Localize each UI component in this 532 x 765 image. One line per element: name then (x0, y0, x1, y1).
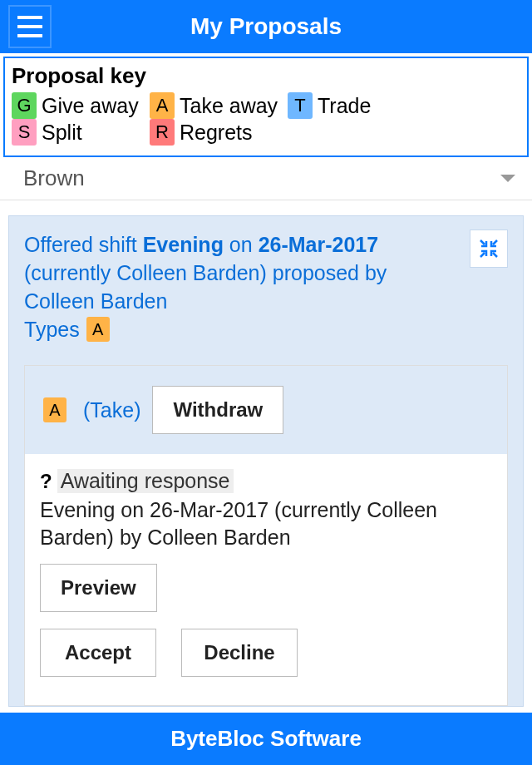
footer-text: ByteBloc Software (170, 726, 362, 751)
person-selector-value: Brown (23, 165, 500, 191)
preview-button[interactable]: Preview (40, 564, 157, 612)
proposal-card: Offered shift Evening on 26-Mar-2017 (cu… (8, 215, 524, 707)
status-row: ? Awaiting response (40, 469, 492, 493)
app-footer: ByteBloc Software (0, 713, 532, 765)
badge-s: S (12, 119, 37, 146)
key-item-trade: T Trade (288, 92, 371, 119)
proposal-key-box: Proposal key G Give away A Take away T T… (3, 57, 529, 157)
key-item-split: S Split (12, 119, 145, 146)
proposal-detail-body: ? Awaiting response Evening on 26-Mar-20… (25, 454, 507, 705)
proposal-key-row-1: G Give away A Take away T Trade (12, 92, 520, 119)
proposal-summary: Offered shift Evening on 26-Mar-2017 (cu… (24, 231, 450, 315)
status-question-icon: ? (40, 470, 52, 493)
proposal-header: Offered shift Evening on 26-Mar-2017 (cu… (24, 231, 508, 342)
badge-t: T (288, 92, 313, 119)
proposal-detail-header: A (Take) Withdraw (25, 366, 507, 454)
offered-prefix: Offered shift (24, 233, 143, 256)
key-label-give-away: Give away (42, 94, 139, 118)
chevron-down-icon (500, 175, 515, 182)
on-text: on (224, 233, 259, 256)
app-header: My Proposals (0, 0, 532, 53)
status-text: Awaiting response (57, 469, 234, 493)
types-label: Types (24, 318, 80, 342)
key-item-regrets: R Regrets (150, 119, 253, 146)
shift-name: Evening (143, 233, 224, 256)
proposal-key-title: Proposal key (12, 63, 520, 89)
badge-r: R (150, 119, 175, 146)
preview-button-row: Preview (40, 564, 492, 612)
take-label: (Take) (83, 398, 140, 422)
key-label-split: Split (42, 121, 82, 145)
accept-button[interactable]: Accept (40, 629, 156, 677)
key-label-regrets: Regrets (180, 121, 253, 145)
menu-button[interactable] (8, 5, 52, 48)
badge-a: A (150, 92, 175, 119)
withdraw-button[interactable]: Withdraw (152, 386, 283, 434)
types-row: Types A (24, 317, 450, 342)
type-badge-a: A (86, 317, 110, 342)
key-label-take-away: Take away (180, 94, 278, 118)
take-badge: A (43, 397, 66, 422)
shift-date: 26-Mar-2017 (259, 233, 379, 256)
proposal-detail-card: A (Take) Withdraw ? Awaiting response Ev… (24, 365, 508, 706)
collapse-button[interactable] (470, 230, 508, 268)
decline-button[interactable]: Decline (181, 629, 298, 677)
badge-g: G (12, 92, 37, 119)
person-selector[interactable]: Brown (0, 157, 532, 200)
currently-text: (currently Colleen Barden) proposed by C… (24, 261, 387, 313)
key-item-take-away: A Take away (150, 92, 283, 119)
collapse-icon (479, 239, 499, 259)
status-detail: Evening on 26-Mar-2017 (currently Collee… (40, 496, 492, 550)
action-button-row: Accept Decline (40, 629, 492, 677)
key-item-give-away: G Give away (12, 92, 145, 119)
key-label-trade: Trade (318, 94, 371, 118)
page-title: My Proposals (0, 13, 532, 40)
proposal-key-row-2: S Split R Regrets (12, 119, 520, 146)
